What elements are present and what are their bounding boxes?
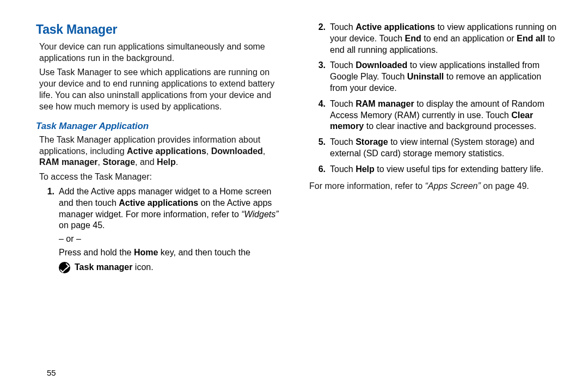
task-manager-icon-label: Task manager icon.: [75, 262, 154, 273]
step: 4.Touch RAM manager to display the amoun…: [309, 99, 559, 132]
right-column: 2.Touch Active applications to view appl…: [309, 22, 559, 278]
step-number: 2.: [309, 22, 330, 56]
intro-paragraph-2: Use Task Manager to see which applicatio…: [36, 67, 285, 112]
step: 2.Touch Active applications to view appl…: [309, 22, 559, 56]
access-line: To access the Task Manager:: [36, 171, 285, 183]
step-1-main: Add the Active apps manager widget to a …: [59, 187, 279, 230]
intro-paragraph-1: Your device can run applications simulta…: [36, 41, 285, 64]
step-text: Touch Storage to view internal (System s…: [330, 137, 559, 160]
task-manager-icon: [59, 262, 70, 273]
task-manager-icon-line: Task manager icon.: [59, 262, 285, 273]
step-text: Touch RAM manager to display the amount …: [330, 99, 559, 132]
step-number: 3.: [309, 60, 330, 94]
step: 3.Touch Downloaded to view applications …: [309, 60, 559, 94]
steps-list-right: 2.Touch Active applications to view appl…: [309, 22, 559, 175]
or-separator: – or –: [59, 231, 285, 247]
step-number: 4.: [309, 99, 330, 132]
manual-page: Task Manager Your device can run applica…: [0, 0, 588, 278]
step: 6.Touch Help to view useful tips for ext…: [309, 164, 559, 175]
step-number: 6.: [309, 164, 330, 175]
step: 5.Touch Storage to view internal (System…: [309, 137, 559, 160]
left-column: Task Manager Your device can run applica…: [36, 22, 285, 278]
step-number: 5.: [309, 137, 330, 160]
footer-reference: For more information, refer to “Apps Scr…: [309, 181, 559, 192]
subsection-intro: The Task Manager application provides in…: [36, 134, 285, 168]
step-text: Touch Help to view useful tips for exten…: [330, 164, 559, 175]
step-1-press: Press and hold the Home key, and then to…: [59, 248, 250, 257]
page-number: 55: [47, 367, 56, 378]
step-text: Touch Downloaded to view applications in…: [330, 60, 559, 94]
step-1: 1. Add the Active apps manager widget to…: [36, 186, 285, 273]
section-title: Task Manager: [36, 22, 285, 38]
step-text: Touch Active applications to view applic…: [330, 22, 559, 56]
step-number: 1.: [36, 186, 59, 273]
step-text: Add the Active apps manager widget to a …: [59, 186, 285, 273]
subsection-title: Task Manager Application: [36, 120, 285, 132]
steps-list-left: 1. Add the Active apps manager widget to…: [36, 186, 285, 273]
